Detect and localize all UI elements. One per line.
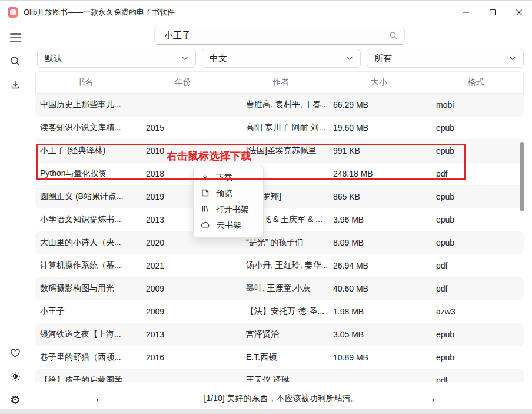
context-menu-item-download[interactable]: 下载 bbox=[194, 170, 263, 186]
context-menu-item-preview-page[interactable]: 预览 bbox=[194, 186, 263, 201]
cell-name: 中国历史上那些事儿... bbox=[35, 100, 134, 110]
arrow-right-icon: → bbox=[425, 391, 437, 405]
brightness-icon bbox=[9, 370, 21, 382]
cell-size: 248.18 MB bbox=[330, 169, 428, 178]
cloud-icon bbox=[201, 221, 210, 230]
cell-size: 10.89 MB bbox=[330, 353, 428, 362]
table-row[interactable]: 小王子2009【法】安托万·德·圣...1.98 MBazw3 bbox=[35, 300, 524, 323]
cell-name: 银河铁道之夜【上海... bbox=[35, 329, 134, 340]
context-menu-item-label: 打开书架 bbox=[216, 204, 249, 215]
chevron-down-icon bbox=[509, 56, 516, 61]
cell-size: 40.60 MB bbox=[330, 284, 428, 293]
downloads-nav-button[interactable] bbox=[5, 75, 26, 95]
cell-year: 2009 bbox=[134, 284, 232, 293]
cell-author: 墨叶, 王鹿童,小灰 bbox=[232, 283, 330, 294]
format-dropdown-value: 所有 bbox=[374, 53, 392, 64]
table-row[interactable]: 大山里的小诗人（央...2020“是光” 的孩子们8.09 MBepub bbox=[35, 231, 524, 254]
language-dropdown[interactable]: 中文 bbox=[202, 49, 361, 68]
cell-year: 2009 bbox=[134, 307, 232, 316]
cell-author: 高阳 寒川子 阿耐 刘... bbox=[232, 122, 330, 133]
table-row[interactable]: 巷子里的野猫（西顿...2016E.T.西顿10.89 MBepub bbox=[35, 346, 524, 369]
cell-format: pdf bbox=[428, 376, 524, 382]
table-row[interactable]: 小王子 (经典译林)2010[法国]圣埃克苏佩里991 KBepub bbox=[35, 140, 524, 163]
table-row[interactable]: 【给】孩子的启蒙国学王天仪 译琳pdf bbox=[35, 369, 524, 382]
search-box bbox=[154, 27, 405, 45]
cell-format: pdf bbox=[428, 261, 524, 270]
format-dropdown[interactable]: 所有 bbox=[367, 49, 524, 68]
table-row[interactable]: 读客知识小说文库精...2015高阳 寒川子 阿耐 刘...19.60 MBep… bbox=[35, 117, 524, 140]
maximize-icon bbox=[489, 9, 496, 16]
results-table: 书名年份作者大小格式 中国历史上那些事儿...曹胜高, 袁村平, 干春...66… bbox=[35, 71, 524, 382]
window-title: Olib开放图书——一款永久免费的电子书软件 bbox=[24, 7, 175, 18]
context-menu-item-cloud[interactable]: 云书架 bbox=[194, 217, 263, 233]
cell-size: 1.98 MB bbox=[330, 307, 428, 316]
cell-author: 【法】安托万·德·圣... bbox=[232, 306, 330, 317]
cell-size: 19.60 MB bbox=[330, 123, 428, 133]
cell-name: 巷子里的野猫（西顿... bbox=[35, 352, 134, 363]
cell-name: 小王子 (经典译林) bbox=[35, 145, 134, 156]
cell-format: mobi bbox=[428, 100, 524, 110]
search-nav-button[interactable] bbox=[5, 51, 26, 71]
theme-toggle-button[interactable] bbox=[5, 366, 26, 386]
window-bottom-edge bbox=[0, 409, 532, 414]
menu-button[interactable] bbox=[5, 28, 26, 48]
favorites-button[interactable] bbox=[5, 343, 26, 363]
cell-size: 66.29 MB bbox=[330, 100, 428, 110]
cell-year: 2010 bbox=[134, 146, 232, 155]
cell-author: 宫泽贤治 bbox=[232, 329, 330, 340]
download-icon bbox=[201, 173, 210, 183]
cell-format: epub bbox=[428, 146, 524, 155]
cell-name: 圆圈正义 (B站累计点... bbox=[35, 191, 134, 202]
sort-dropdown[interactable]: 默认 bbox=[37, 49, 196, 68]
cell-name: 大山里的小诗人（央... bbox=[35, 237, 134, 248]
app-window: Olib开放图书——一款永久免费的电子书软件 bbox=[0, 0, 532, 414]
pagination-bar: ← [1/10] 美好的东西，不应该被功利所玷污。 → bbox=[31, 386, 532, 410]
cell-format: pdf bbox=[428, 284, 524, 293]
table-row[interactable]: 计算机操作系统（慕...2021汤小丹, 王红玲, 姜华...26.94 MBp… bbox=[35, 254, 524, 277]
cell-author: 汤小丹, 王红玲, 姜华... bbox=[232, 260, 330, 271]
search-input[interactable] bbox=[154, 27, 405, 45]
cell-format: epub bbox=[428, 353, 524, 362]
table-row[interactable]: 数码摄影构图与用光2009墨叶, 王鹿童,小灰40.60 MBpdf bbox=[35, 277, 524, 300]
cell-format: pdf bbox=[428, 169, 524, 178]
cell-format: epub bbox=[428, 238, 524, 247]
cell-year: 2015 bbox=[134, 123, 232, 133]
cell-name: 计算机操作系统（慕... bbox=[35, 260, 134, 271]
cell-format: epub bbox=[428, 330, 524, 339]
cell-name: Python与量化投资 bbox=[35, 168, 134, 179]
cell-author: E.T.西顿 bbox=[232, 352, 330, 363]
preview-page-icon bbox=[201, 188, 210, 199]
cell-name: 读客知识小说文库精... bbox=[35, 122, 134, 133]
settings-button[interactable]: ⚙ bbox=[5, 390, 26, 410]
cell-name: 小学语文知识提炼书... bbox=[35, 214, 134, 225]
cell-name: 小王子 bbox=[35, 306, 134, 317]
cell-author: [法国]圣埃克苏佩里 bbox=[232, 145, 330, 156]
page-indicator-quote: [1/10] 美好的东西，不应该被功利所玷污。 bbox=[31, 393, 532, 404]
table-row[interactable]: 小学语文知识提炼书...2013 飞 & 王庆军 & ...3.96 MBepu… bbox=[35, 208, 524, 231]
minimize-button[interactable] bbox=[453, 1, 479, 24]
sidebar: ⚙ bbox=[0, 24, 31, 414]
context-menu-item-bookshelf[interactable]: 打开书架 bbox=[194, 201, 263, 217]
table-row[interactable]: 圆圈正义 (B站累计点...2019 罗翔]865 KBepub bbox=[35, 186, 524, 208]
chevron-down-icon bbox=[181, 56, 188, 61]
bookshelf-icon bbox=[201, 204, 210, 215]
vertical-scrollbar-thumb[interactable] bbox=[520, 142, 524, 211]
column-header-year: 年份 bbox=[134, 72, 232, 93]
context-menu-item-label: 下载 bbox=[216, 173, 232, 183]
next-page-button[interactable]: → bbox=[420, 389, 441, 408]
table-row[interactable]: Python与量化投资2018248.18 MBpdf bbox=[35, 163, 524, 186]
context-menu-item-label: 云书架 bbox=[217, 220, 241, 231]
heart-icon bbox=[9, 347, 22, 359]
table-row[interactable]: 银河铁道之夜【上海...2013宫泽贤治3.05 MBepub bbox=[35, 323, 524, 346]
maximize-button[interactable] bbox=[479, 1, 506, 24]
cell-author: 王天仪 译琳 bbox=[232, 375, 330, 382]
table-row[interactable]: 中国历史上那些事儿...曹胜高, 袁村平, 干春...66.29 MBmobi bbox=[35, 94, 524, 117]
search-icon bbox=[9, 55, 21, 67]
close-icon bbox=[516, 9, 523, 16]
cell-size: 8.09 MB bbox=[330, 238, 428, 247]
search-icon bbox=[389, 31, 398, 42]
cell-year: 2020 bbox=[134, 238, 232, 247]
close-button[interactable] bbox=[506, 1, 532, 24]
cell-size: 991 KB bbox=[330, 146, 428, 155]
language-dropdown-value: 中文 bbox=[210, 53, 227, 64]
